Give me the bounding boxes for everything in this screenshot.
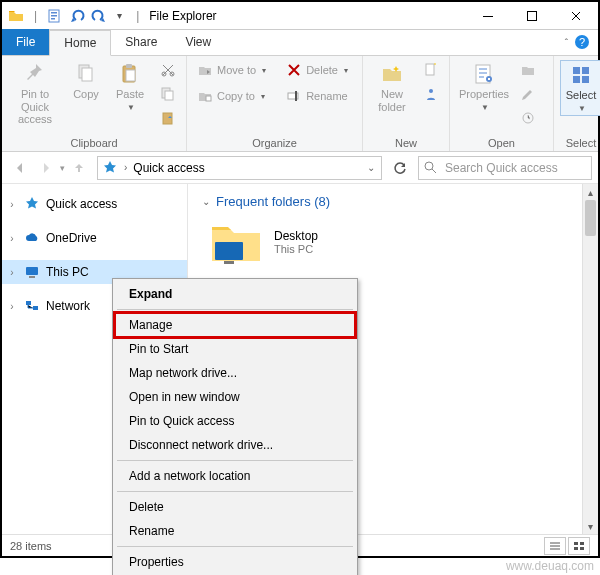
ctx-rename[interactable]: Rename xyxy=(115,519,355,543)
svg-rect-17 xyxy=(163,113,172,124)
copy-path-button[interactable] xyxy=(156,84,180,104)
new-item-icon xyxy=(423,62,439,78)
scrollbar[interactable]: ▴ ▾ xyxy=(582,184,598,534)
move-to-button[interactable]: Move to▾ xyxy=(193,60,270,80)
group-label: Clipboard xyxy=(8,135,180,149)
up-button[interactable] xyxy=(67,156,91,180)
view-tab[interactable]: View xyxy=(171,29,225,55)
select-button[interactable]: Select ▼ xyxy=(560,60,600,116)
refresh-button[interactable] xyxy=(388,156,412,180)
back-button[interactable] xyxy=(8,156,32,180)
share-tab[interactable]: Share xyxy=(111,29,171,55)
cloud-icon xyxy=(24,230,40,246)
ctx-map-network-drive[interactable]: Map network drive... xyxy=(115,361,355,385)
nav-quick-access[interactable]: › Quick access xyxy=(2,192,187,216)
svg-rect-9 xyxy=(82,68,92,81)
maximize-button[interactable] xyxy=(510,2,554,30)
ribbon-tabs: File Home Share View ˆ ? xyxy=(2,30,598,56)
paste-button[interactable]: Paste ▼ xyxy=(110,60,150,112)
svg-rect-39 xyxy=(580,542,584,545)
chevron-down-icon: ▼ xyxy=(578,104,586,113)
ctx-disconnect-drive[interactable]: Disconnect network drive... xyxy=(115,433,355,457)
svg-rect-36 xyxy=(215,242,243,260)
svg-rect-30 xyxy=(582,76,589,83)
pin-icon xyxy=(23,62,47,86)
chevron-right-icon[interactable]: › xyxy=(6,267,18,278)
svg-rect-21 xyxy=(426,64,434,75)
ctx-add-network-location[interactable]: Add a network location xyxy=(115,464,355,488)
svg-rect-27 xyxy=(573,67,580,74)
forward-button[interactable] xyxy=(34,156,58,180)
minimize-ribbon-icon[interactable]: ˆ xyxy=(565,38,568,49)
search-box[interactable]: Search Quick access xyxy=(418,156,592,180)
icons-view-button[interactable] xyxy=(568,537,590,555)
ctx-pin-quick-access[interactable]: Pin to Quick access xyxy=(115,409,355,433)
history-button[interactable] xyxy=(516,108,540,128)
svg-text:?: ? xyxy=(579,36,585,48)
new-folder-button[interactable]: New folder xyxy=(369,60,415,113)
svg-rect-18 xyxy=(206,96,211,101)
ctx-open-new-window[interactable]: Open in new window xyxy=(115,385,355,409)
properties-button[interactable]: Properties ▼ xyxy=(456,60,512,112)
scroll-down-icon[interactable]: ▾ xyxy=(583,518,598,534)
recent-locations-icon[interactable]: ▾ xyxy=(60,163,65,173)
minimize-button[interactable] xyxy=(466,2,510,30)
chevron-down-icon: ▼ xyxy=(481,103,489,112)
quick-access-toolbar: | ▾ | xyxy=(2,8,149,24)
scroll-thumb[interactable] xyxy=(585,200,596,236)
copy-to-button[interactable]: Copy to▾ xyxy=(193,86,270,106)
group-label: Open xyxy=(456,135,547,149)
delete-button[interactable]: Delete▾ xyxy=(282,60,352,80)
details-view-button[interactable] xyxy=(544,537,566,555)
address-location: Quick access xyxy=(133,161,204,175)
paste-shortcut-icon xyxy=(160,110,176,126)
redo-icon[interactable] xyxy=(91,8,107,24)
help-icon[interactable]: ? xyxy=(574,34,590,53)
open-button[interactable] xyxy=(516,60,540,80)
close-button[interactable] xyxy=(554,2,598,30)
ctx-expand[interactable]: Expand xyxy=(115,282,355,306)
edit-button[interactable] xyxy=(516,84,540,104)
edit-icon xyxy=(520,86,536,102)
qat-dropdown-icon[interactable]: ▾ xyxy=(117,10,122,21)
nav-onedrive[interactable]: › OneDrive xyxy=(2,226,187,250)
frequent-folders-header[interactable]: ⌄ Frequent folders (8) xyxy=(202,194,588,209)
search-placeholder: Search Quick access xyxy=(445,161,558,175)
easy-access-icon xyxy=(423,86,439,102)
undo-icon[interactable] xyxy=(69,8,85,24)
separator xyxy=(117,460,353,461)
chevron-right-icon[interactable]: › xyxy=(124,162,127,173)
chevron-down-icon[interactable]: ⌄ xyxy=(367,162,375,173)
item-count: 28 items xyxy=(10,540,52,552)
scroll-up-icon[interactable]: ▴ xyxy=(583,184,598,200)
chevron-right-icon[interactable]: › xyxy=(6,233,18,244)
easy-access-button[interactable] xyxy=(419,84,443,104)
ctx-pin-to-start[interactable]: Pin to Start xyxy=(115,337,355,361)
rename-icon xyxy=(286,88,302,104)
open-icon xyxy=(520,62,536,78)
file-tab[interactable]: File xyxy=(2,29,49,55)
folder-item-desktop[interactable]: Desktop This PC xyxy=(208,219,588,265)
chevron-right-icon[interactable]: › xyxy=(6,199,18,210)
chevron-down-icon[interactable]: ⌄ xyxy=(202,196,210,207)
folder-icon xyxy=(208,219,264,265)
new-item-button[interactable] xyxy=(419,60,443,80)
chevron-right-icon[interactable]: › xyxy=(6,301,18,312)
ctx-properties[interactable]: Properties xyxy=(115,550,355,574)
paste-shortcut-button[interactable] xyxy=(156,108,180,128)
history-icon xyxy=(520,110,536,126)
pin-to-quick-access-button[interactable]: Pin to Quick access xyxy=(8,60,62,126)
properties-icon[interactable] xyxy=(47,8,63,24)
cut-button[interactable] xyxy=(156,60,180,80)
svg-rect-2 xyxy=(51,15,57,17)
ctx-manage[interactable]: Manage xyxy=(115,313,355,337)
home-tab[interactable]: Home xyxy=(49,30,111,56)
ctx-delete[interactable]: Delete xyxy=(115,495,355,519)
monitor-icon xyxy=(24,264,40,280)
copy-icon xyxy=(74,62,98,86)
rename-button[interactable]: Rename xyxy=(282,86,352,106)
copy-button[interactable]: Copy xyxy=(66,60,106,101)
svg-rect-28 xyxy=(582,67,589,74)
address-bar[interactable]: › Quick access ⌄ xyxy=(97,156,382,180)
paste-icon xyxy=(118,62,142,86)
